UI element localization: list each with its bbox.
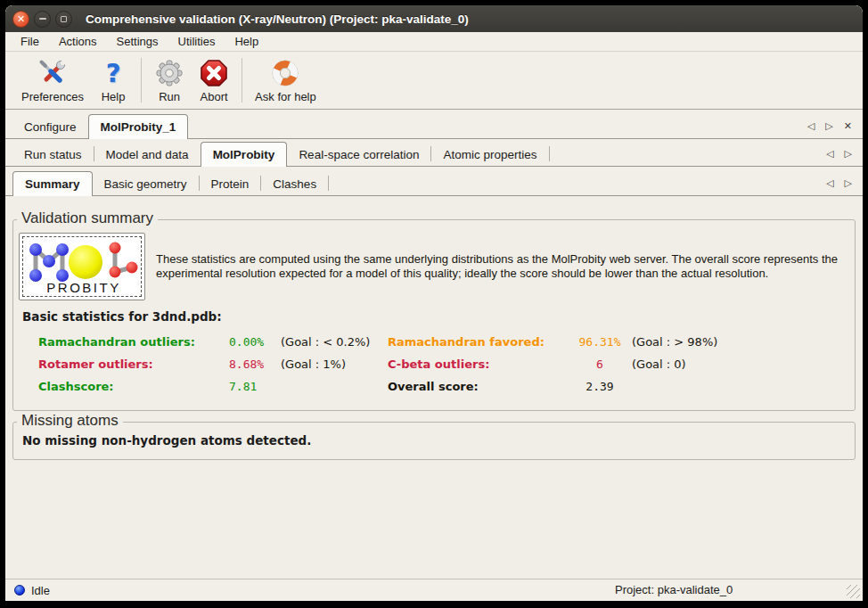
tab-summary[interactable]: Summary (12, 171, 93, 196)
menu-settings[interactable]: Settings (107, 32, 168, 51)
tab-separator (549, 146, 550, 161)
tab-clashes[interactable]: Clashes (261, 173, 328, 195)
menu-file[interactable]: File (11, 32, 49, 51)
titlebar: ✕ Comprehensive validation (X-ray/Neutro… (5, 5, 863, 32)
lifebuoy-icon (270, 58, 300, 88)
toolbar-separator (242, 58, 242, 103)
status-text: Idle (31, 584, 50, 597)
tab-molprobity[interactable]: MolProbity (201, 142, 288, 167)
close-button[interactable]: ✕ (12, 11, 29, 28)
abort-label: Abort (201, 90, 228, 103)
project-label: Project: pka-validate_0 (615, 583, 733, 596)
window-title: Comprehensive validation (X-ray/Neutron)… (86, 12, 469, 26)
tools-icon (37, 58, 68, 88)
menu-actions[interactable]: Actions (49, 32, 107, 51)
minimize-button[interactable] (34, 11, 51, 28)
ask-for-help-label: Ask for help (255, 90, 316, 103)
ask-for-help-button[interactable]: Ask for help (248, 56, 323, 105)
stat-label: Rotamer outliers: (38, 357, 229, 371)
gear-icon (154, 58, 184, 88)
menubar: File Actions Settings Utilities Help (5, 32, 863, 52)
stat-value: 96.31% (568, 335, 632, 349)
abort-button[interactable]: Abort (192, 56, 236, 105)
question-icon: ? (98, 58, 128, 88)
stat-label: Ramachandran outliers: (38, 335, 229, 349)
maximize-button[interactable] (55, 11, 72, 28)
toolbar: Preferences ? Help (5, 53, 863, 110)
stat-value: 7.81 (229, 380, 281, 393)
missing-atoms-title: Missing atoms (17, 412, 123, 430)
summary-description: These statistics are computed using the … (156, 252, 851, 280)
tab-configure[interactable]: Configure (12, 116, 88, 138)
tab-scroll-left-icon[interactable]: ◁ (826, 148, 833, 160)
validation-summary-title: Validation summary (17, 210, 158, 227)
stat-label: C-beta outliers: (388, 357, 568, 371)
statusbar: Idle Project: pka-validate_0 (5, 579, 863, 601)
stat-value: 8.68% (229, 357, 281, 371)
tab-model-and-data[interactable]: Model and data (94, 144, 201, 166)
minimize-icon (39, 18, 46, 20)
molprobity-logo-button[interactable]: PROBITY (19, 233, 145, 300)
notebook-tabs-inner: Summary Basic geometry Protein Clashes ◁… (5, 171, 863, 196)
stat-goal: (Goal : > 98%) (632, 335, 774, 349)
tab-real-space-correlation[interactable]: Real-space correlation (287, 144, 430, 166)
missing-atoms-message: No missing non-hydrogen atoms detected. (22, 433, 311, 448)
stat-value: 6 (568, 357, 632, 371)
help-button[interactable]: ? Help (91, 56, 135, 105)
stat-value: 0.00% (229, 335, 281, 349)
validation-summary-group: Validation summary (12, 219, 856, 411)
maximize-icon (61, 16, 67, 22)
toolbar-separator (141, 58, 142, 103)
stats-table: Ramachandran outliers: 0.00% (Goal : < 0… (38, 331, 851, 398)
notebook-tabs-middle: Run status Model and data MolProbity Rea… (5, 142, 863, 167)
status-indicator-icon (14, 585, 25, 596)
run-label: Run (159, 90, 180, 103)
tab-close-icon[interactable]: ✕ (844, 120, 852, 132)
preferences-button[interactable]: Preferences (14, 56, 91, 105)
stats-heading: Basic statistics for 3dnd.pdb: (22, 309, 222, 324)
tab-scroll-right-icon[interactable]: ▷ (825, 120, 832, 132)
menu-help[interactable]: Help (225, 32, 268, 51)
tab-protein[interactable]: Protein (200, 173, 261, 195)
notebook-tabs-top: Configure MolProbity_1 ◁ ▷ ✕ (5, 113, 863, 139)
help-label: Help (102, 90, 126, 103)
summary-page: Validation summary (5, 196, 863, 579)
stat-label: Clashscore: (38, 380, 229, 393)
tab-molprobity-1[interactable]: MolProbity_1 (88, 114, 189, 139)
preferences-label: Preferences (21, 90, 84, 103)
tab-scroll-left-icon[interactable]: ◁ (807, 120, 815, 132)
missing-atoms-group: Missing atoms No missing non-hydrogen at… (12, 422, 856, 460)
menu-utilities[interactable]: Utilities (168, 32, 225, 51)
tab-atomic-properties[interactable]: Atomic properties (431, 144, 548, 166)
tab-scroll-right-icon[interactable]: ▷ (845, 177, 852, 189)
stat-goal: (Goal : 0) (632, 357, 774, 371)
run-button[interactable]: Run (147, 56, 192, 105)
molprobity-logo: PROBITY (25, 238, 139, 295)
stat-goal: (Goal : < 0.2%) (281, 335, 388, 349)
stat-label: Ramachandran favored: (388, 335, 568, 349)
logo-text: PROBITY (46, 280, 120, 295)
app-window: ✕ Comprehensive validation (X-ray/Neutro… (5, 5, 863, 601)
stat-value: 2.39 (568, 380, 632, 393)
tab-separator (328, 176, 329, 191)
tab-run-status[interactable]: Run status (12, 144, 94, 166)
tab-basic-geometry[interactable]: Basic geometry (93, 173, 199, 195)
stat-label: Overall score: (388, 380, 568, 393)
resize-grip[interactable] (847, 585, 860, 598)
stop-icon (199, 58, 229, 88)
tab-scroll-left-icon[interactable]: ◁ (826, 177, 833, 189)
tab-scroll-right-icon[interactable]: ▷ (845, 148, 852, 160)
stat-goal: (Goal : 1%) (281, 357, 388, 371)
